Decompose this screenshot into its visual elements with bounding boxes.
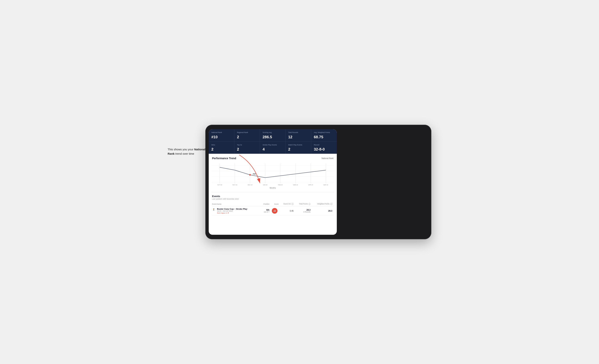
stat-wins-value: 2 (211, 147, 231, 151)
events-last-updated: Last updated: 24th November 2023 (212, 198, 333, 200)
annotation: This shows you your National Rank trend … (168, 147, 209, 156)
event-position-of: out of 7 (261, 211, 269, 213)
stat-stroke-play: Stroke Play Events 4 (260, 142, 286, 154)
stat-record: Record 32-8-0 (311, 142, 337, 154)
event-weighted-points-cell: 28.3 (312, 206, 333, 215)
stat-record-value: 32-8-0 (314, 147, 334, 151)
col-position: Position (261, 202, 271, 206)
event-sg-value: 0.45 (290, 210, 293, 212)
svg-text:MAR 24: MAR 24 (293, 184, 298, 186)
event-date: Oct 9 – Oct 10, 2023 (217, 210, 247, 212)
performance-section: Performance Trend National Rank (209, 154, 337, 192)
stats-row-1: National Rank #10 Regional Rank 2 Scorin… (209, 129, 337, 142)
stat-national-rank-value: #10 (211, 135, 231, 139)
stat-scoring-avg-value: 286.5 (263, 135, 283, 139)
event-total-points: 28.3 (295, 209, 310, 211)
event-type-icon: 🏌️ (212, 208, 215, 211)
table-row: 🏌️ Buster Cozy Cup – Stroke Play Oct 9 –… (212, 206, 333, 215)
events-section: Events Last updated: 24th November 2023 … (209, 192, 337, 218)
svg-text:DEC 23: DEC 23 (248, 184, 252, 186)
svg-text:OCT 23: OCT 23 (217, 184, 222, 186)
performance-title: Performance Trend (212, 157, 236, 160)
weighted-points-info-icon: i (330, 203, 332, 205)
svg-text:JAN 24: JAN 24 (263, 184, 267, 186)
stat-stroke-play-label: Stroke Play Events (263, 144, 283, 146)
stat-top3s-value: 2 (237, 147, 257, 151)
months-label: Months (212, 187, 333, 190)
table-header-row: Event Name Position Score Event SG i Tot… (212, 202, 333, 206)
stat-avg-weighted-points: Avg. Weighted Points 68.75 (311, 129, 337, 142)
stat-regional-rank-value: 2 (237, 135, 257, 139)
stat-match-play-label: Match Play Events (288, 144, 308, 146)
stat-total-rounds-value: 12 (288, 135, 308, 139)
event-position-cell: 6th out of 7 (261, 206, 271, 215)
stats-row-2: Wins 2 Top 3s 2 Stroke Play Events 4 Mat… (209, 142, 337, 154)
stat-regional-rank: Regional Rank 2 (234, 129, 260, 142)
col-score: Score (271, 202, 280, 206)
stat-stroke-play-value: 4 (263, 147, 283, 151)
performance-header: Performance Trend National Rank (212, 157, 333, 160)
event-sg-cell: 0.45 (280, 206, 295, 215)
svg-text:MAY 24: MAY 24 (324, 184, 328, 186)
svg-text:APR 24: APR 24 (308, 184, 313, 186)
rank-impact: Rank Impact: 3 ▼ (217, 212, 247, 214)
stat-wins-label: Wins (211, 144, 231, 146)
event-weighted-points: 28.3 (328, 210, 332, 212)
stat-regional-rank-label: Regional Rank (237, 132, 257, 134)
total-points-info-icon: i (308, 203, 310, 205)
stat-avg-weighted-points-value: 68.75 (314, 135, 334, 139)
stat-national-rank-label: National Rank (211, 132, 231, 134)
stat-scoring-avg-label: Scoring Avg. (263, 132, 283, 134)
col-event-sg: Event SG i (280, 202, 295, 206)
stat-top3s-label: Top 3s (237, 144, 257, 146)
events-title: Events (212, 195, 333, 198)
stat-record-label: Record (314, 144, 334, 146)
chart-svg: #10 OCT 23 NOV 23 DEC 23 JAN 24 FEB 24 M… (212, 162, 333, 186)
annotation-bold: National Rank (168, 148, 205, 155)
stat-scoring-avg: Scoring Avg. 286.5 (260, 129, 286, 142)
rank-impact-arrow-icon: ▼ (228, 212, 229, 214)
event-total-points-sub: 3 Rounds (295, 211, 310, 213)
page-wrapper: This shows you your National Rank trend … (168, 125, 431, 239)
stat-wins: Wins 2 (209, 142, 234, 154)
events-table: Event Name Position Score Event SG i Tot… (212, 202, 333, 215)
stat-avg-weighted-points-label: Avg. Weighted Points (314, 132, 334, 134)
annotation-text: This shows you your National Rank trend … (168, 148, 205, 155)
event-name: Buster Cozy Cup – Stroke Play (217, 208, 247, 210)
svg-point-13 (249, 174, 251, 176)
event-position: 6th (261, 209, 269, 211)
event-score-cell: -22 (271, 206, 280, 215)
svg-text:FEB 24: FEB 24 (278, 184, 283, 186)
svg-text:#10: #10 (253, 173, 255, 175)
col-event-name: Event Name (212, 202, 261, 206)
tablet-device: National Rank #10 Regional Rank 2 Scorin… (205, 125, 431, 239)
performance-chart: #10 OCT 23 NOV 23 DEC 23 JAN 24 FEB 24 M… (212, 162, 333, 186)
stat-match-play: Match Play Events 2 (286, 142, 311, 154)
tablet-screen: National Rank #10 Regional Rank 2 Scorin… (209, 129, 337, 235)
stat-top3s: Top 3s 2 (234, 142, 260, 154)
stat-match-play-value: 2 (288, 147, 308, 151)
event-score-badge: -22 (272, 208, 277, 214)
stat-national-rank: National Rank #10 (209, 129, 234, 142)
performance-axis-label: National Rank (322, 157, 333, 160)
col-total-points: Total Points i (295, 202, 312, 206)
event-info-cell: 🏌️ Buster Cozy Cup – Stroke Play Oct 9 –… (212, 206, 261, 215)
event-sg-info-icon: i (291, 203, 293, 205)
stat-total-rounds: Total Rounds 12 (286, 129, 311, 142)
col-weighted-points: Weighted Points i (312, 202, 333, 206)
stat-total-rounds-label: Total Rounds (288, 132, 308, 134)
event-total-points-cell: 28.3 3 Rounds (295, 206, 312, 215)
svg-text:NOV 23: NOV 23 (232, 184, 237, 186)
